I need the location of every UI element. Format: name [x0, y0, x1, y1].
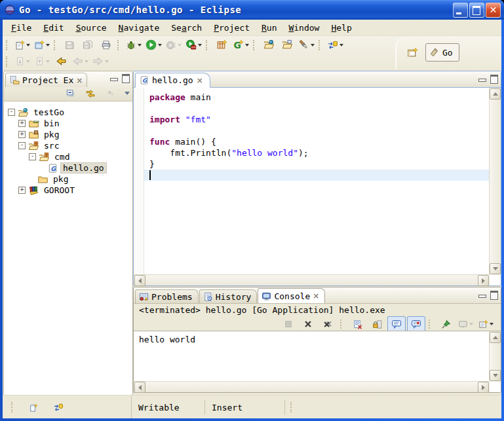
fast-view-button[interactable] — [24, 399, 43, 415]
menu-run[interactable]: Run — [256, 21, 282, 35]
toolbar-grip[interactable] — [206, 40, 209, 50]
open-type-button[interactable] — [260, 37, 278, 53]
minimize-button[interactable] — [453, 3, 468, 18]
external-tools-button[interactable] — [184, 37, 204, 53]
expander-icon[interactable]: - — [18, 142, 26, 149]
editor-content[interactable]: package main import "fmt" func main() { … — [134, 88, 501, 285]
show-stderr-button[interactable] — [407, 316, 425, 332]
run-button[interactable] — [144, 37, 164, 53]
view-filter-button[interactable] — [102, 86, 120, 100]
toolbar-grip[interactable] — [117, 40, 121, 50]
forward-button[interactable] — [90, 54, 111, 69]
expander-icon[interactable]: + — [18, 187, 26, 194]
go-perspective-button[interactable]: Go — [425, 43, 459, 62]
scroll-lock-button[interactable] — [368, 316, 386, 332]
last-edit-location-button[interactable] — [52, 54, 70, 69]
tree-item-pkg[interactable]: + pkg — [4, 129, 132, 140]
maximize-view-icon[interactable] — [122, 74, 130, 83]
close-view-icon[interactable]: × — [76, 77, 83, 84]
close-button[interactable]: ✕ — [486, 3, 501, 18]
expander-icon[interactable]: - — [29, 153, 36, 160]
scroll-down-icon[interactable] — [490, 370, 501, 381]
tab-problems[interactable]: Problems — [135, 289, 199, 303]
tab-project-explorer[interactable]: Project Ex × — [5, 73, 87, 87]
tree-item-src[interactable]: - src — [4, 140, 132, 151]
menu-edit[interactable]: Edit — [37, 21, 69, 35]
show-stdout-button[interactable] — [387, 316, 406, 332]
console-horizontal-scrollbar[interactable] — [134, 381, 490, 392]
scroll-left-icon[interactable] — [134, 275, 145, 286]
view-menu-icon[interactable] — [125, 92, 130, 95]
debug-button[interactable] — [124, 37, 144, 53]
close-console-icon[interactable]: × — [313, 293, 319, 299]
editor-horizontal-scrollbar[interactable] — [134, 274, 490, 285]
tree-item-bin[interactable]: + 010 bin — [4, 118, 132, 129]
tab-history[interactable]: History — [199, 289, 258, 303]
mark-occurrences-button[interactable] — [296, 37, 317, 53]
title-bar[interactable]: Go - testGo/src/cmd/hello.go - Eclipse ✕ — [0, 0, 504, 20]
toolbar-grip[interactable] — [253, 40, 256, 50]
maximize-console-icon[interactable] — [490, 291, 498, 300]
maximize-editor-icon[interactable] — [490, 75, 498, 84]
open-console-button[interactable] — [476, 316, 495, 332]
scroll-right-icon[interactable] — [478, 382, 489, 393]
console-vertical-scrollbar[interactable] — [489, 331, 501, 382]
menu-source[interactable]: Source — [70, 21, 113, 35]
expander-icon[interactable]: - — [8, 109, 15, 116]
console-output[interactable]: hello world — [134, 331, 490, 382]
collapse-all-button[interactable] — [61, 86, 79, 100]
toolbar-grip[interactable] — [319, 40, 322, 50]
menu-file[interactable]: File — [5, 21, 37, 35]
tab-hello-go[interactable]: G hello.go × — [135, 73, 210, 88]
tree-item-testgo[interactable]: - testGo — [4, 107, 132, 118]
menu-project[interactable]: Project — [208, 21, 256, 35]
new-go-project-button[interactable] — [212, 37, 231, 53]
toggle-db-button[interactable] — [325, 37, 345, 53]
link-with-editor-button[interactable] — [81, 86, 100, 100]
menu-search[interactable]: Search — [165, 21, 208, 35]
minimize-console-icon[interactable] — [478, 295, 486, 298]
scroll-up-icon[interactable] — [490, 332, 501, 343]
tree-item-cmd[interactable]: - cmd — [4, 151, 132, 162]
back-button[interactable] — [70, 54, 90, 69]
toolbar-grip[interactable] — [6, 40, 9, 50]
save-all-button[interactable] — [79, 37, 97, 53]
remove-launch-button[interactable] — [299, 316, 317, 332]
close-editor-icon[interactable]: × — [197, 77, 203, 84]
open-perspective-button[interactable] — [403, 45, 421, 60]
remove-all-terminated-button[interactable] — [319, 316, 337, 332]
expander-icon[interactable]: + — [18, 120, 26, 127]
minimize-view-icon[interactable] — [110, 78, 118, 81]
display-selected-console-button[interactable] — [456, 316, 475, 332]
tree-item-pkg2[interactable]: pkg — [4, 174, 132, 185]
tab-console[interactable]: Console × — [258, 288, 325, 303]
editor-vertical-scrollbar[interactable] — [489, 88, 501, 275]
code-text[interactable]: package main import "fmt" func main() { … — [144, 88, 490, 275]
terminate-button[interactable] — [279, 316, 298, 332]
run-history-button[interactable] — [164, 37, 184, 53]
maximize-button[interactable] — [469, 3, 484, 18]
minimize-editor-icon[interactable] — [478, 79, 486, 82]
menu-window[interactable]: Window — [282, 21, 325, 35]
toolbar-grip[interactable] — [6, 56, 9, 67]
next-annotation-button[interactable] — [12, 54, 32, 69]
clear-console-button[interactable] — [348, 316, 366, 332]
tree-item-hello-go[interactable]: G hello.go — [4, 162, 132, 174]
new-menu-button[interactable] — [32, 37, 52, 53]
status-sync-db-button[interactable] — [49, 399, 68, 415]
scroll-right-icon[interactable] — [478, 275, 489, 286]
console-content[interactable]: hello world — [134, 331, 501, 392]
menu-navigate[interactable]: Navigate — [113, 21, 166, 35]
scroll-left-icon[interactable] — [134, 382, 145, 393]
new-go-element-button[interactable]: G — [231, 37, 251, 53]
new-wizard-button[interactable] — [12, 37, 32, 53]
expander-icon[interactable]: + — [18, 131, 26, 138]
menu-help[interactable]: Help — [325, 21, 357, 35]
open-resource-button[interactable] — [278, 37, 296, 53]
toolbar-grip[interactable] — [54, 40, 57, 50]
tree-item-goroot[interactable]: + GOROOT — [4, 185, 132, 196]
previous-annotation-button[interactable] — [32, 54, 52, 69]
pin-console-button[interactable] — [436, 316, 455, 332]
print-button[interactable] — [97, 37, 115, 53]
save-button[interactable] — [60, 37, 79, 53]
